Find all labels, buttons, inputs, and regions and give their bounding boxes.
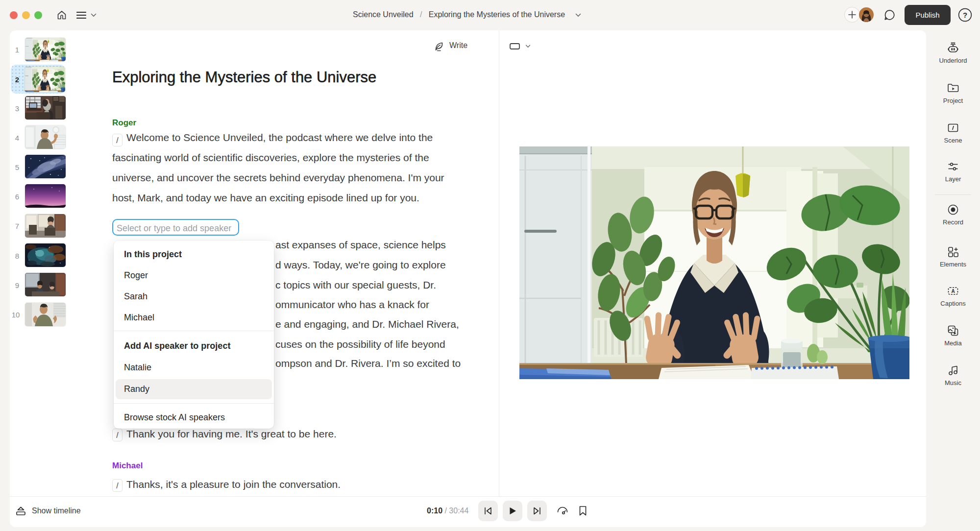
svg-text:?: ? (963, 11, 967, 19)
